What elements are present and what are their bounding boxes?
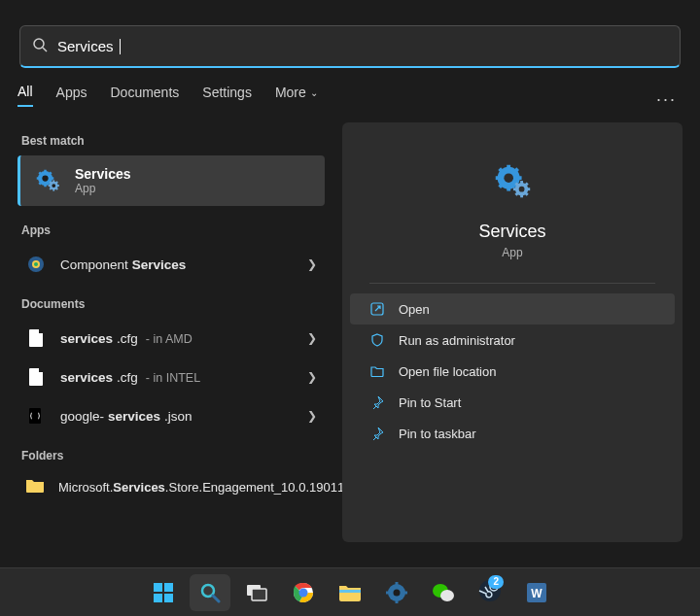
result-component-services[interactable]: Component Services ❯: [18, 245, 325, 284]
action-label: Open: [399, 302, 430, 317]
result-services-cfg-amd[interactable]: services.cfg - in AMD ❯: [18, 319, 325, 358]
chevron-down-icon: ⌄: [310, 87, 318, 98]
taskbar-taskview-button[interactable]: [236, 574, 277, 611]
taskbar-explorer-button[interactable]: [330, 574, 370, 611]
svg-point-50: [440, 590, 454, 601]
folder-icon: [369, 365, 385, 377]
svg-point-29: [519, 187, 525, 192]
divider: [369, 283, 655, 284]
result-label: Component Services: [60, 257, 294, 272]
taskbar-settings-button[interactable]: [376, 574, 417, 611]
steam-badge: 2: [488, 575, 504, 589]
svg-point-16: [34, 262, 38, 266]
svg-rect-31: [154, 583, 162, 592]
preview-panel: Services App Open Run as administrator O…: [342, 122, 682, 542]
action-open-file-location[interactable]: Open file location: [350, 356, 675, 387]
preview-title: Services: [342, 222, 682, 242]
chevron-right-icon: ❯: [307, 409, 317, 423]
pin-icon: [369, 395, 385, 409]
svg-point-44: [394, 589, 401, 596]
document-icon: [25, 368, 47, 386]
search-tabs: All Apps Documents Settings More ⌄: [18, 84, 318, 107]
gear-icon: [342, 159, 682, 204]
result-text: .json: [164, 409, 192, 424]
action-pin-to-taskbar[interactable]: Pin to taskbar: [350, 418, 675, 449]
result-text-bold: services: [60, 370, 113, 385]
result-text: Microsoft.: [58, 480, 113, 495]
open-icon: [369, 302, 385, 316]
svg-line-36: [213, 596, 219, 601]
section-documents-label: Documents: [21, 297, 325, 311]
best-match-text: Services App: [75, 166, 131, 195]
best-match-result[interactable]: Services App: [18, 155, 325, 206]
result-label: services.cfg - in INTEL: [60, 370, 294, 385]
svg-point-7: [42, 175, 48, 181]
action-label: Pin to taskbar: [399, 427, 476, 441]
tab-documents[interactable]: Documents: [110, 85, 179, 106]
best-match-title: Services: [75, 166, 131, 182]
result-text-bold: services: [108, 409, 160, 424]
chevron-right-icon: ❯: [307, 331, 317, 345]
result-text: .cfg: [117, 370, 138, 385]
best-match-subtitle: App: [75, 182, 131, 195]
result-google-services-json[interactable]: google-services.json ❯: [18, 396, 325, 435]
taskbar-chrome-button[interactable]: [283, 574, 324, 611]
action-label: Run as administrator: [399, 333, 515, 348]
result-text: google-: [60, 409, 104, 424]
folder-icon: [25, 478, 45, 497]
result-text-bold: Services: [113, 480, 165, 495]
taskbar-app-button[interactable]: W: [516, 574, 557, 611]
svg-rect-32: [164, 583, 173, 592]
result-text-bold: Services: [132, 257, 187, 272]
svg-rect-42: [339, 590, 361, 593]
taskbar-start-button[interactable]: [143, 574, 184, 611]
result-services-cfg-intel[interactable]: services.cfg - in INTEL ❯: [18, 358, 325, 396]
result-hint: - in AMD: [146, 332, 192, 346]
steam-icon-wrap: 2: [478, 579, 502, 606]
result-label: google-services.json: [60, 409, 294, 424]
action-run-as-admin[interactable]: Run as administrator: [350, 325, 675, 356]
svg-text:W: W: [531, 587, 542, 600]
action-open[interactable]: Open: [350, 293, 675, 325]
result-text-bold: services: [60, 331, 113, 346]
result-folder-microsoft-services-store[interactable]: Microsoft.Services.Store.Engagement_10.0…: [18, 470, 325, 505]
chevron-right-icon: ❯: [307, 370, 317, 384]
search-bar[interactable]: Services: [19, 25, 681, 68]
action-pin-to-start[interactable]: Pin to Start: [350, 387, 675, 418]
tab-settings[interactable]: Settings: [202, 85, 252, 106]
chevron-right-icon: ❯: [307, 257, 317, 271]
tab-more-label: More: [275, 85, 306, 100]
tab-more[interactable]: More ⌄: [275, 85, 318, 106]
taskbar: 2 W: [0, 567, 700, 616]
taskbar-wechat-button[interactable]: [423, 574, 464, 611]
tab-apps[interactable]: Apps: [56, 85, 88, 106]
tab-all[interactable]: All: [18, 84, 33, 107]
result-label: services.cfg - in AMD: [60, 331, 294, 346]
component-services-icon: [25, 255, 47, 274]
preview-subtitle: App: [342, 246, 682, 259]
result-hint: - in INTEL: [146, 371, 200, 385]
svg-rect-33: [154, 594, 162, 602]
taskbar-search-button[interactable]: [190, 574, 230, 611]
section-folders-label: Folders: [21, 449, 325, 462]
document-icon: [25, 329, 47, 347]
action-label: Pin to Start: [399, 395, 461, 410]
preview-action-list: Open Run as administrator Open file loca…: [350, 293, 675, 449]
svg-rect-38: [252, 589, 266, 600]
taskbar-steam-button[interactable]: 2: [470, 574, 510, 611]
svg-point-23: [504, 173, 513, 183]
section-best-match-label: Best match: [21, 134, 325, 148]
shield-icon: [369, 333, 385, 347]
svg-rect-34: [164, 594, 173, 602]
overflow-menu-button[interactable]: ···: [656, 89, 677, 110]
result-text: Component: [60, 257, 128, 272]
gear-icon: [32, 165, 63, 196]
svg-point-13: [52, 184, 55, 188]
result-text: .cfg: [117, 331, 138, 346]
action-label: Open file location: [399, 364, 496, 379]
section-apps-label: Apps: [21, 223, 325, 237]
pin-icon: [369, 427, 385, 440]
results-column: Best match: [18, 124, 325, 505]
json-file-icon: [25, 407, 47, 425]
